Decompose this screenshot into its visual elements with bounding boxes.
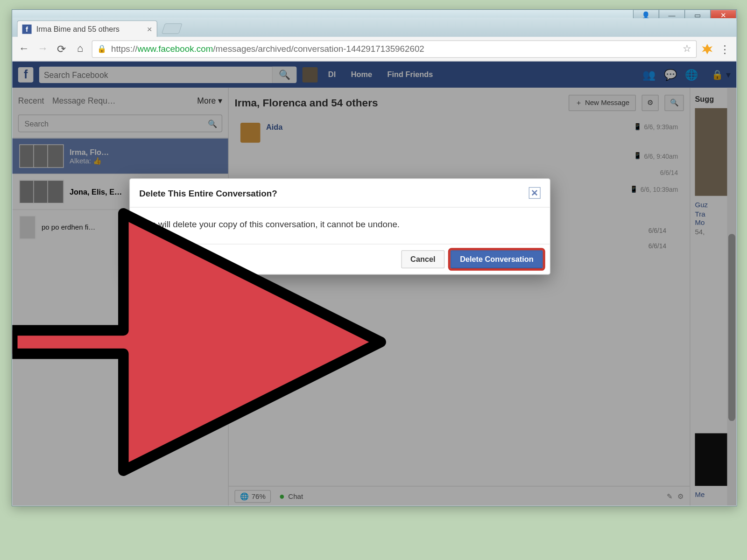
home-button[interactable]: ⌂	[73, 42, 87, 56]
lock-icon: 🔒	[97, 44, 106, 53]
url-scheme: https://	[111, 44, 137, 54]
dialog-close-icon[interactable]: ✕	[529, 187, 541, 199]
new-tab-button[interactable]	[162, 23, 183, 34]
bookmark-star-icon[interactable]: ☆	[683, 42, 691, 55]
tab-strip: f Irma Bime and 55 others ×	[12, 18, 736, 37]
window-titlebar: 👤 — ▭ ✕	[12, 10, 736, 18]
modal-backdrop	[12, 62, 736, 506]
page-viewport: f 🔍 DI Home Find Friends 👥 💬 🌐 🔒 ▾	[12, 62, 736, 506]
browser-tab[interactable]: f Irma Bime and 55 others ×	[17, 21, 157, 37]
extension-icon[interactable]	[701, 43, 713, 55]
reload-button[interactable]: ⟳	[54, 42, 68, 56]
address-bar[interactable]: 🔒 https:// www.facebook.com /messages/ar…	[92, 40, 697, 58]
facebook-favicon-icon: f	[22, 24, 32, 34]
forward-button[interactable]: →	[35, 42, 49, 56]
dialog-body: This will delete your copy of this conve…	[130, 208, 550, 244]
url-domain: www.facebook.com	[137, 44, 213, 54]
delete-conversation-button[interactable]: Delete Conversation	[451, 250, 543, 268]
dialog-title: Delete This Entire Conversation?	[139, 188, 277, 198]
tab-close-icon[interactable]: ×	[147, 24, 152, 34]
chrome-menu-button[interactable]: ⋮	[718, 42, 732, 56]
tab-title: Irma Bime and 55 others	[36, 25, 144, 34]
back-button[interactable]: ←	[17, 42, 31, 56]
browser-toolbar: ← → ⟳ ⌂ 🔒 https:// www.facebook.com /mes…	[12, 37, 736, 62]
delete-conversation-dialog: Delete This Entire Conversation? ✕ This …	[129, 178, 550, 274]
cancel-button[interactable]: Cancel	[401, 250, 445, 268]
chrome-window: 👤 — ▭ ✕ f Irma Bime and 55 others × ← → …	[12, 9, 737, 506]
url-path: /messages/archived/conversation-14429171…	[213, 44, 424, 54]
